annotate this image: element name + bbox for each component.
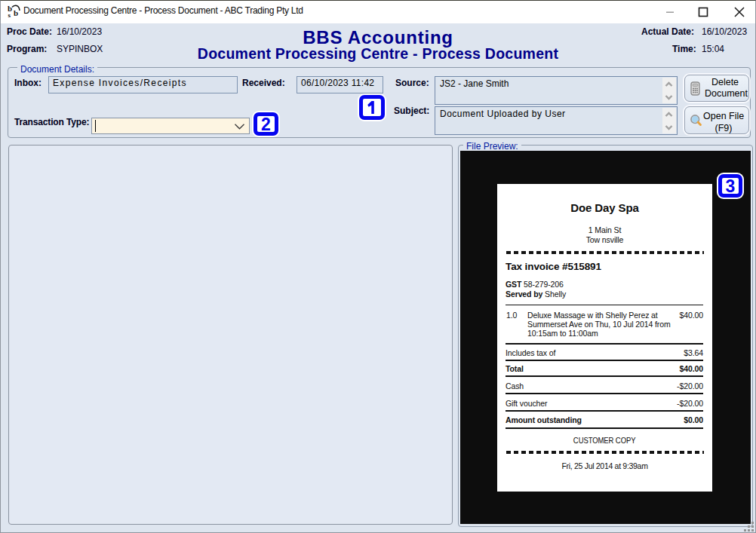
svg-text:s: s (8, 11, 11, 18)
svg-text:b: b (14, 8, 18, 17)
